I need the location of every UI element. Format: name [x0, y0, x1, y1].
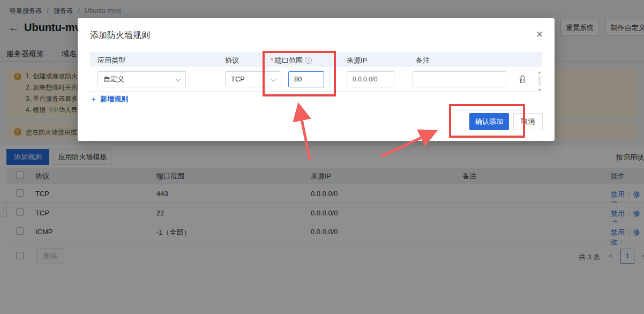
app-type-select[interactable]: 自定义 — [98, 71, 186, 87]
chevron-down-icon — [176, 77, 181, 82]
row-divider — [90, 91, 542, 92]
trash-icon[interactable] — [518, 74, 527, 84]
col-app-type: 应用类型 — [98, 56, 125, 65]
source-ip-input[interactable]: 0.0.0.0/0 — [347, 71, 394, 87]
protocol-select[interactable]: TCP — [225, 71, 281, 87]
col-source-ip: 来源IP — [347, 56, 367, 65]
port-range-input[interactable]: 80 — [288, 71, 324, 87]
col-remark: 备注 — [416, 56, 430, 65]
scroll-up-icon[interactable]: ▲ — [536, 70, 543, 74]
add-new-rule-link[interactable]: ＋新增规则 — [90, 94, 128, 104]
scrollbar-track — [538, 76, 541, 86]
dialog-title: 添加防火墙规则 — [90, 30, 150, 41]
col-protocol: 协议 — [225, 56, 239, 65]
confirm-add-button[interactable]: 确认添加 — [469, 113, 509, 130]
scrollbar[interactable]: ▲ ▼ — [536, 70, 543, 92]
close-icon[interactable]: ✕ — [534, 29, 545, 40]
add-firewall-rule-dialog: 添加防火墙规则 ✕ 应用类型 协议 *端口范围? 来源IP 备注 自定义 TCP… — [78, 18, 555, 141]
remark-input[interactable] — [413, 71, 506, 87]
col-port-range: *端口范围? — [271, 56, 312, 65]
dialog-table-header — [90, 52, 542, 67]
chevron-down-icon — [271, 77, 276, 82]
plus-icon: ＋ — [90, 95, 97, 103]
cancel-button[interactable]: 取消 — [513, 113, 543, 130]
help-icon[interactable]: ? — [305, 57, 312, 64]
required-mark: * — [271, 56, 273, 64]
